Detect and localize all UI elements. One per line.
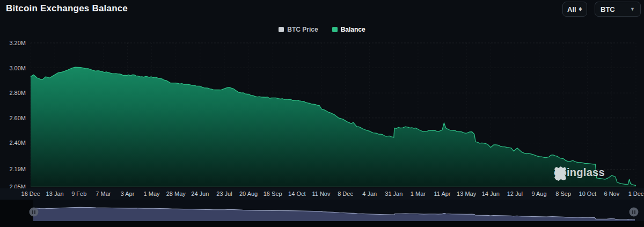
navigator-unselected-mask bbox=[0, 200, 33, 221]
range-navigator-region bbox=[0, 0, 644, 227]
coinglass-chart-panel: Bitcoin Exchanges Balance All ▲▼ BTC ▼ B… bbox=[0, 0, 644, 227]
footer-band bbox=[0, 221, 644, 227]
navigator-handle-left[interactable] bbox=[30, 208, 39, 217]
range-navigator[interactable] bbox=[0, 0, 644, 227]
navigator-handle-right[interactable] bbox=[630, 208, 639, 217]
